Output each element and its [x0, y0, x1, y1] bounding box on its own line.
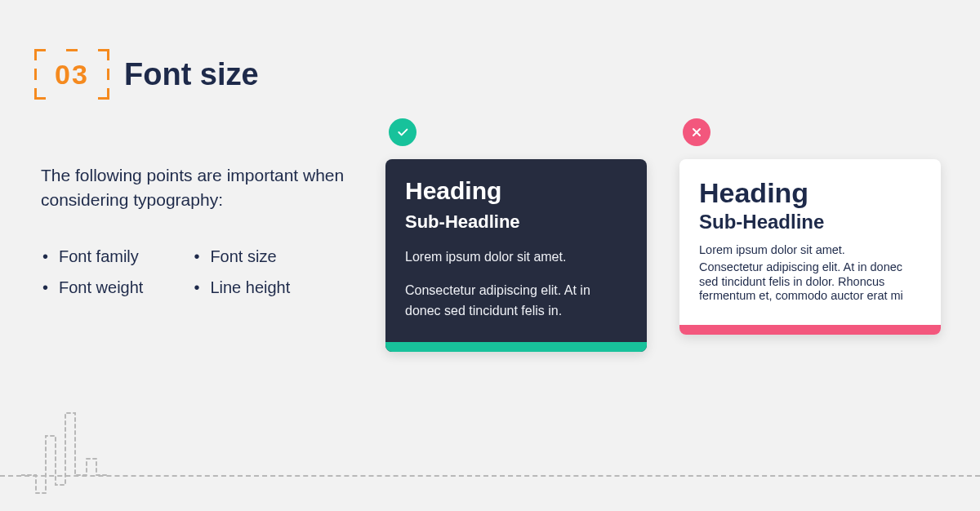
section-number-frame: 03	[34, 49, 109, 100]
bullet-column-2: Font size Line height	[192, 241, 290, 303]
card-good: Heading Sub-Headline Lorem ipsum dolor s…	[385, 159, 647, 352]
card-subheadline: Sub-Headline	[405, 211, 627, 233]
examples-row: Heading Sub-Headline Lorem ipsum dolor s…	[385, 118, 941, 352]
card-accent	[385, 342, 647, 352]
waveform-decoration	[21, 403, 168, 506]
card-body-2: Consectetur adipiscing elit. At in donec…	[405, 281, 627, 322]
card-accent	[679, 325, 941, 335]
card-heading: Heading	[699, 177, 921, 209]
bullet-item: Font weight	[41, 272, 143, 303]
intro-column: The following points are important when …	[41, 163, 351, 303]
section-title: Font size	[124, 57, 259, 92]
bullet-columns: Font family Font weight Font size Line h…	[41, 241, 351, 303]
bullet-column-1: Font family Font weight	[41, 241, 143, 303]
section-number: 03	[55, 59, 89, 91]
bullet-item: Font family	[41, 241, 143, 272]
example-bad: Heading Sub-Headline Lorem ipsum dolor s…	[679, 118, 941, 352]
card-body-1: Lorem ipsum dolor sit amet.	[699, 243, 921, 257]
example-good: Heading Sub-Headline Lorem ipsum dolor s…	[385, 118, 647, 352]
intro-lead: The following points are important when …	[41, 163, 351, 213]
bullet-item: Font size	[192, 241, 290, 272]
card-bad: Heading Sub-Headline Lorem ipsum dolor s…	[679, 159, 941, 335]
check-icon	[389, 118, 416, 146]
card-subheadline: Sub-Headline	[699, 211, 921, 233]
section-header: 03 Font size	[34, 49, 259, 100]
card-heading: Heading	[405, 177, 627, 205]
card-body-1: Lorem ipsum dolor sit amet.	[405, 247, 627, 268]
card-body-2: Consectetur adipiscing elit. At in donec…	[699, 260, 921, 303]
bullet-item: Line height	[192, 272, 290, 303]
close-icon	[683, 118, 710, 146]
